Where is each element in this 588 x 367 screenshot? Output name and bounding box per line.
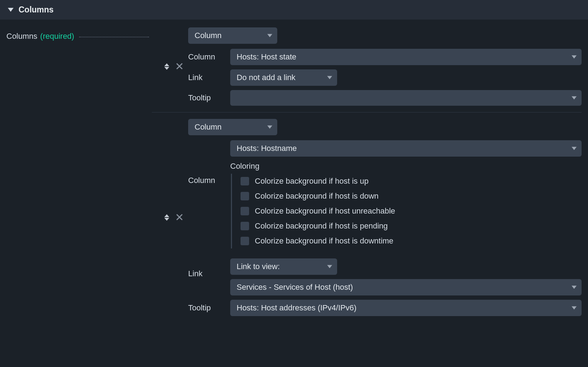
- entry-type-select[interactable]: Column: [188, 27, 277, 44]
- column-select[interactable]: Hosts: Hostname: [230, 140, 582, 157]
- entry-divider: [152, 112, 582, 112]
- link-field-label: Link: [188, 258, 225, 278]
- column-value: Hosts: Hostname: [237, 144, 297, 153]
- reorder-handle[interactable]: [164, 214, 169, 221]
- chevron-down-icon: [327, 76, 332, 79]
- checkbox[interactable]: [241, 177, 249, 185]
- chevron-down-icon: [572, 147, 577, 150]
- link-target-select[interactable]: Services - Services of Host (host): [230, 279, 582, 295]
- coloring-title: Coloring: [230, 162, 582, 171]
- link-value: Do not add a link: [237, 73, 295, 82]
- column-entry: ✕ Column Column Hosts: Hostname: [152, 119, 582, 323]
- link-target-value: Services - Services of Host (host): [237, 283, 353, 292]
- chevron-down-icon: [572, 306, 577, 310]
- tooltip-field-label: Tooltip: [188, 93, 225, 103]
- link-mode-value: Link to view:: [237, 262, 280, 271]
- coloring-option-label: Colorize background if host is pending: [255, 221, 388, 231]
- coloring-option[interactable]: Colorize background if host unreachable: [241, 204, 582, 219]
- collapse-caret-icon: [8, 8, 14, 12]
- entry-type-value: Column: [195, 122, 222, 132]
- link-select[interactable]: Do not add a link: [230, 69, 337, 86]
- field-group-label: Columns (required): [6, 27, 149, 41]
- section-title: Columns: [19, 5, 53, 15]
- chevron-down-icon: [572, 96, 577, 100]
- reorder-handle[interactable]: [164, 63, 169, 70]
- checkbox[interactable]: [241, 237, 249, 245]
- coloring-option[interactable]: Colorize background if host is down: [241, 189, 582, 204]
- tooltip-select[interactable]: [230, 90, 582, 106]
- columns-label: Columns: [6, 32, 37, 41]
- remove-entry-button[interactable]: ✕: [175, 61, 184, 72]
- checkbox[interactable]: [241, 192, 249, 200]
- entry-type-value: Column: [195, 31, 222, 40]
- required-badge: (required): [40, 32, 74, 41]
- checkbox[interactable]: [241, 207, 249, 215]
- column-field-label: Column: [188, 52, 225, 62]
- chevron-up-icon: [164, 214, 169, 217]
- link-field-label: Link: [188, 73, 225, 82]
- column-select[interactable]: Hosts: Host state: [230, 49, 582, 65]
- column-field-label: Column: [188, 140, 225, 185]
- coloring-option[interactable]: Colorize background if host is up: [241, 174, 582, 189]
- entry-type-select[interactable]: Column: [188, 119, 277, 135]
- coloring-option[interactable]: Colorize background if host is downtime: [241, 234, 582, 248]
- tooltip-value: Hosts: Host addresses (IPv4/IPv6): [237, 303, 356, 313]
- chevron-up-icon: [164, 63, 169, 66]
- section-header[interactable]: Columns: [0, 0, 588, 20]
- checkbox[interactable]: [241, 222, 249, 230]
- chevron-down-icon: [267, 126, 272, 129]
- dotted-leader: [79, 37, 149, 37]
- tooltip-field-label: Tooltip: [188, 303, 225, 313]
- column-entry: ✕ Column Column Hosts: Host state: [152, 27, 582, 112]
- chevron-down-icon: [164, 67, 169, 70]
- remove-entry-button[interactable]: ✕: [175, 212, 184, 223]
- coloring-option-label: Colorize background if host is downtime: [255, 236, 393, 246]
- chevron-down-icon: [327, 265, 332, 268]
- chevron-down-icon: [164, 218, 169, 221]
- link-mode-select[interactable]: Link to view:: [230, 258, 337, 275]
- coloring-option[interactable]: Colorize background if host is pending: [241, 219, 582, 234]
- chevron-down-icon: [267, 34, 272, 37]
- chevron-down-icon: [572, 56, 577, 59]
- column-value: Hosts: Host state: [237, 52, 296, 62]
- tooltip-select[interactable]: Hosts: Host addresses (IPv4/IPv6): [230, 300, 582, 316]
- coloring-option-label: Colorize background if host unreachable: [255, 206, 395, 216]
- coloring-option-label: Colorize background if host is down: [255, 192, 378, 201]
- coloring-options: Colorize background if host is up Colori…: [231, 174, 582, 248]
- coloring-option-label: Colorize background if host is up: [255, 177, 368, 186]
- chevron-down-icon: [572, 286, 577, 289]
